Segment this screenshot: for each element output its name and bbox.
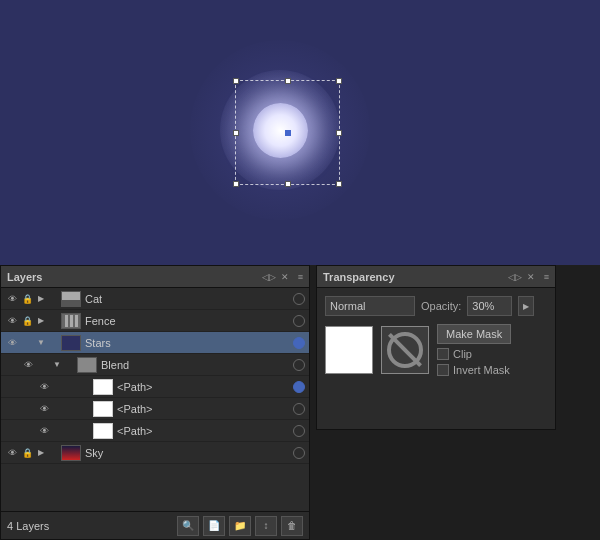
layer-icons-blend: 👁 ▼ [17, 358, 77, 372]
handle-bl[interactable] [233, 181, 239, 187]
mask-white-thumb[interactable] [325, 326, 373, 374]
transparency-body: Normal Multiply Screen Overlay Opacity: … [317, 288, 555, 384]
layers-count: 4 Layers [7, 520, 49, 532]
new-group-btn[interactable]: 📁 [229, 516, 251, 536]
lock-icon-path2 [52, 402, 66, 416]
transparency-close-icon[interactable]: ✕ [527, 272, 535, 282]
eye-icon-sky[interactable]: 👁 [5, 446, 19, 460]
layer-row-cat[interactable]: 👁 🔒 ▶ Cat [1, 288, 309, 310]
eye-icon-fence[interactable]: 👁 [5, 314, 19, 328]
handle-br[interactable] [336, 181, 342, 187]
handle-ml[interactable] [233, 130, 239, 136]
layers-list: 👁 🔒 ▶ Cat 👁 🔒 ▶ [1, 288, 309, 511]
transparency-menu-icon[interactable]: ≡ [544, 272, 549, 282]
lock-icon-sky[interactable]: 🔒 [20, 446, 34, 460]
panels-area: Layers ◁▷ ✕ ≡ 👁 🔒 ▶ [0, 265, 600, 540]
layer-row-path3[interactable]: 👁 <Path> [1, 420, 309, 442]
layer-icons-cat: 👁 🔒 ▶ [1, 292, 61, 306]
transparency-header-icons: ◁▷ ✕ ≡ [508, 272, 549, 282]
handle-tr[interactable] [336, 78, 342, 84]
opacity-stepper[interactable]: ▶ [518, 296, 534, 316]
blend-row: Normal Multiply Screen Overlay Opacity: … [325, 296, 547, 316]
layer-thumb-cat [61, 290, 81, 308]
layer-indicator-cat [293, 293, 305, 305]
lock-icon-blend [36, 358, 50, 372]
layer-row-path2[interactable]: 👁 <Path> [1, 398, 309, 420]
mask-row: Make Mask Clip Invert Mask [325, 324, 547, 376]
layer-row-blend[interactable]: 👁 ▼ Blend [1, 354, 309, 376]
eye-icon-path3[interactable]: 👁 [37, 424, 51, 438]
eye-icon-stars[interactable]: 👁 [5, 336, 19, 350]
layer-indicator-stars [293, 337, 305, 349]
arrow-icon-stars[interactable]: ▼ [35, 337, 47, 349]
make-mask-button[interactable]: Make Mask [437, 324, 511, 344]
layer-icons-path1: 👁 [33, 380, 93, 394]
new-layer-btn[interactable]: 📄 [203, 516, 225, 536]
eye-icon-path2[interactable]: 👁 [37, 402, 51, 416]
layers-header-icons: ◁▷ ✕ ≡ [262, 272, 303, 282]
blend-mode-select[interactable]: Normal Multiply Screen Overlay [325, 296, 415, 316]
layer-icons-stars: 👁 ▼ [1, 336, 61, 350]
layer-name-path3: <Path> [117, 425, 293, 437]
handle-tl[interactable] [233, 78, 239, 84]
handle-tc[interactable] [285, 78, 291, 84]
selection-box [235, 80, 340, 185]
lock-icon-fence[interactable]: 🔒 [20, 314, 34, 328]
lock-icon-stars [20, 336, 34, 350]
layer-row-path1[interactable]: 👁 <Path> [1, 376, 309, 398]
layer-icons-path2: 👁 [33, 402, 93, 416]
arrow-icon-cat[interactable]: ▶ [35, 293, 47, 305]
mask-no-icon [387, 332, 423, 368]
mask-buttons: Make Mask Clip Invert Mask [437, 324, 511, 376]
transparency-panel: Transparency ◁▷ ✕ ≡ Normal Multiply Scre… [316, 265, 556, 430]
layers-panel: Layers ◁▷ ✕ ≡ 👁 🔒 ▶ [0, 265, 310, 540]
clip-checkbox[interactable] [437, 348, 449, 360]
lock-icon-path3 [52, 424, 66, 438]
layer-name-cat: Cat [85, 293, 293, 305]
delete-layer-btn[interactable]: 🗑 [281, 516, 303, 536]
layer-name-sky: Sky [85, 447, 293, 459]
opacity-input[interactable] [467, 296, 512, 316]
layer-thumb-blend [77, 356, 97, 374]
layer-name-blend: Blend [101, 359, 293, 371]
layer-row-sky[interactable]: 👁 🔒 ▶ Sky [1, 442, 309, 464]
invert-mask-row: Invert Mask [437, 364, 511, 376]
layer-indicator-sky [293, 447, 305, 459]
layers-footer: 4 Layers 🔍 📄 📁 ↕ 🗑 [1, 511, 309, 539]
layers-panel-header: Layers ◁▷ ✕ ≡ [1, 266, 309, 288]
search-layers-btn[interactable]: 🔍 [177, 516, 199, 536]
mask-circle-thumb[interactable] [381, 326, 429, 374]
layer-row-fence[interactable]: 👁 🔒 ▶ Fence [1, 310, 309, 332]
layer-thumb-sky [61, 444, 81, 462]
eye-icon-path1[interactable]: 👁 [37, 380, 51, 394]
handle-bc[interactable] [285, 181, 291, 187]
eye-icon-cat[interactable]: 👁 [5, 292, 19, 306]
footer-icons: 🔍 📄 📁 ↕ 🗑 [177, 516, 303, 536]
invert-mask-checkbox[interactable] [437, 364, 449, 376]
handle-mr[interactable] [336, 130, 342, 136]
eye-icon-blend[interactable]: 👁 [21, 358, 35, 372]
layers-panel-title: Layers [7, 271, 42, 283]
layer-row-stars[interactable]: 👁 ▼ Stars [1, 332, 309, 354]
lock-icon-path1 [52, 380, 66, 394]
arrow-icon-blend[interactable]: ▼ [51, 359, 63, 371]
layers-expand-icon[interactable]: ◁▷ [262, 272, 276, 282]
arrow-icon-path3 [67, 425, 79, 437]
layers-close-icon[interactable]: ✕ [281, 272, 289, 282]
moon-object[interactable] [180, 30, 380, 230]
layer-name-stars: Stars [85, 337, 293, 349]
layer-name-path2: <Path> [117, 403, 293, 415]
transparency-panel-title: Transparency [323, 271, 395, 283]
arrow-icon-path2 [67, 403, 79, 415]
layer-indicator-blend [293, 359, 305, 371]
layer-name-fence: Fence [85, 315, 293, 327]
layer-indicator-fence [293, 315, 305, 327]
layer-name-path1: <Path> [117, 381, 293, 393]
lock-icon-cat[interactable]: 🔒 [20, 292, 34, 306]
layers-menu-icon[interactable]: ≡ [298, 272, 303, 282]
transparency-expand-icon[interactable]: ◁▷ [508, 272, 522, 282]
layer-indicator-path1 [293, 381, 305, 393]
move-layer-btn[interactable]: ↕ [255, 516, 277, 536]
arrow-icon-sky[interactable]: ▶ [35, 447, 47, 459]
arrow-icon-fence[interactable]: ▶ [35, 315, 47, 327]
